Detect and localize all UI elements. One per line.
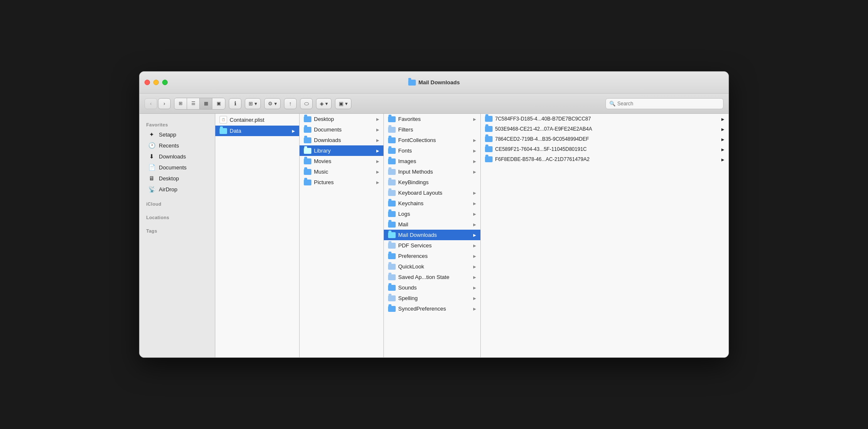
- list-item[interactable]: 7C584FF3-D185-4...40B-B7DE7BC9CC87: [481, 114, 729, 124]
- list-item[interactable]: Documents: [300, 124, 383, 135]
- folder-icon: [388, 285, 396, 291]
- airdrop-label: AirDrop: [159, 186, 177, 193]
- sidebar-item-downloads[interactable]: ⬇ Downloads: [141, 151, 213, 162]
- folder-icon: [304, 158, 311, 164]
- list-item[interactable]: Fonts: [384, 145, 480, 156]
- folder-icon: [388, 253, 396, 259]
- airdrop-icon: 📡: [148, 185, 155, 193]
- share-icon: ↑: [289, 100, 292, 107]
- sidebar-item-desktop[interactable]: 🖥 Desktop: [141, 173, 213, 184]
- column-3: Favorites Filters FontCollections Fonts: [384, 114, 481, 357]
- chevron-right-icon: [473, 275, 476, 279]
- list-item[interactable]: PDF Services: [384, 240, 480, 251]
- folder-icon: [304, 180, 311, 185]
- music-col2-label: Music: [314, 169, 328, 175]
- list-item[interactable]: FontCollections: [384, 135, 480, 145]
- tag-button[interactable]: ⬭: [300, 98, 313, 109]
- chevron-right-icon: [292, 129, 295, 133]
- list-item[interactable]: 503E9468-CE21-42...07A-E9FE24E2AB4A: [481, 124, 729, 134]
- minimize-button[interactable]: [153, 80, 159, 85]
- list-item[interactable]: CE589F21-7604-43...5F-11045D80191C: [481, 144, 729, 154]
- info-button[interactable]: ℹ: [229, 98, 241, 109]
- list-item[interactable]: Saved Ap...tion State: [384, 272, 480, 282]
- folder-icon: [485, 146, 493, 152]
- share-button[interactable]: ↑: [284, 98, 297, 109]
- desktop-col2-label: Desktop: [314, 116, 334, 122]
- list-item[interactable]: Logs: [384, 209, 480, 219]
- list-item[interactable]: 7864CED2-719B-4...B35-9C0548994DEF: [481, 134, 729, 144]
- folder-icon: [388, 158, 396, 164]
- list-item[interactable]: KeyBindings: [384, 177, 480, 188]
- folder-icon: [388, 232, 396, 238]
- folder-icon: [388, 222, 396, 228]
- sidebar-item-setapp[interactable]: ✦ Setapp: [141, 129, 213, 140]
- list-item[interactable]: Spelling: [384, 293, 480, 303]
- folder-icon: [304, 169, 311, 175]
- mail-downloads-item[interactable]: Mail Downloads: [384, 230, 480, 240]
- list-item[interactable]: Preferences: [384, 251, 480, 261]
- sidebar-item-recents[interactable]: 🕐 Recents: [141, 140, 213, 151]
- list-item[interactable]: Images: [384, 156, 480, 166]
- folder-icon: [304, 148, 311, 154]
- favorites-label: Favorites: [139, 119, 215, 129]
- list-item[interactable]: Filters: [384, 124, 480, 135]
- pictures-col2-label: Pictures: [314, 179, 334, 185]
- title-label: Mail Downloads: [418, 79, 460, 86]
- documents-col2-label: Documents: [314, 126, 342, 133]
- downloads-col2-label: Downloads: [314, 137, 341, 143]
- close-button[interactable]: [145, 80, 150, 85]
- chevron-right-icon: [721, 156, 724, 162]
- list-item[interactable]: F6F8EDBE-B578-46...AC-21D7761479A2: [481, 154, 729, 164]
- dropbox-dropdown[interactable]: ◈ ▾: [316, 98, 332, 109]
- maximize-button[interactable]: [162, 80, 168, 85]
- list-item[interactable]: Keyboard Layouts: [384, 188, 480, 198]
- folder-icon: [388, 180, 396, 185]
- sidebar-item-airdrop[interactable]: 📡 AirDrop: [141, 184, 213, 195]
- recents-label: Recents: [159, 142, 179, 149]
- gallery-view-button[interactable]: ▣: [212, 98, 225, 109]
- list-view-button[interactable]: ☰: [187, 98, 200, 109]
- folder-icon: [388, 264, 396, 270]
- titlebar: Mail Downloads: [139, 72, 729, 94]
- back-button[interactable]: ‹: [145, 98, 157, 109]
- column-4: 7C584FF3-D185-4...40B-B7DE7BC9CC87 503E9…: [481, 114, 729, 357]
- chevron-right-icon: [721, 126, 724, 132]
- chevron-right-icon: [376, 148, 379, 153]
- icon-view-button[interactable]: ⊞: [174, 98, 187, 109]
- list-item[interactable]: Downloads: [300, 135, 383, 145]
- list-item[interactable]: Pictures: [300, 177, 383, 188]
- sidebar-item-documents[interactable]: 📄 Documents: [141, 162, 213, 173]
- folder-icon: [388, 274, 396, 280]
- forward-button[interactable]: ›: [158, 98, 171, 109]
- folder-icon: [220, 128, 227, 134]
- movies-col2-label: Movies: [314, 158, 331, 164]
- search-box[interactable]: 🔍: [605, 98, 723, 109]
- info-icon: ℹ: [234, 100, 236, 107]
- list-item[interactable]: Library: [300, 145, 383, 156]
- list-item[interactable]: 📋 Container.plist: [215, 114, 299, 126]
- folder-icon: [388, 190, 396, 196]
- finder-window: Mail Downloads ‹ › ⊞ ☰ ▦ ▣: [139, 71, 729, 358]
- device-dropdown[interactable]: ▣ ▾: [335, 98, 351, 109]
- list-item[interactable]: Favorites: [384, 114, 480, 124]
- list-item[interactable]: Music: [300, 166, 383, 177]
- search-input[interactable]: [617, 101, 720, 107]
- chevron-right-icon: [473, 285, 476, 290]
- action-dropdown[interactable]: ⚙ ▾: [264, 98, 281, 109]
- column-view-button[interactable]: ▦: [200, 98, 212, 109]
- list-item[interactable]: SyncedPreferences: [384, 303, 480, 314]
- list-item[interactable]: QuickLook: [384, 261, 480, 272]
- list-item[interactable]: Data: [215, 126, 299, 136]
- library-col2-label: Library: [314, 147, 331, 154]
- list-item[interactable]: Movies: [300, 156, 383, 166]
- list-item[interactable]: Mail: [384, 219, 480, 230]
- list-item[interactable]: Desktop: [300, 114, 383, 124]
- list-item[interactable]: Input Methods: [384, 166, 480, 177]
- list-item[interactable]: Keychains: [384, 198, 480, 209]
- list-item[interactable]: Sounds: [384, 282, 480, 293]
- group-dropdown[interactable]: ⊞ ▾: [245, 98, 261, 109]
- folder-icon: [388, 137, 396, 143]
- chevron-right-icon: [376, 169, 379, 174]
- sidebar: Favorites ✦ Setapp 🕐 Recents ⬇ Downloads…: [139, 114, 215, 357]
- dropdown-arrow: ▾: [255, 101, 257, 107]
